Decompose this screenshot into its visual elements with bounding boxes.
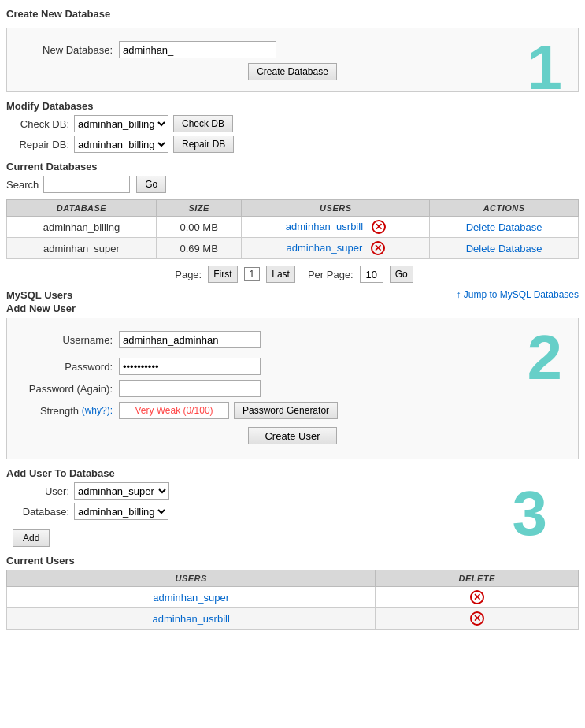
search-label: Search — [6, 179, 39, 191]
modify-databases-section: Check DB: adminhan_billing adminhan_supe… — [6, 115, 579, 153]
add-user-to-database-section: 3 User: adminhan_super adminhan_usrbill … — [6, 482, 579, 547]
user-delete-cell: ✕ — [376, 587, 579, 608]
remove-user-icon[interactable]: ✕ — [372, 220, 386, 234]
table-header-row: Database Size Users Actions — [7, 200, 579, 217]
first-page-button[interactable]: First — [208, 266, 237, 283]
users-col-users: Users — [7, 570, 376, 587]
new-database-input[interactable] — [119, 41, 276, 58]
strength-row: Strength (why?): Very Weak (0/100) Passw… — [18, 402, 567, 419]
add-user-database-select[interactable]: adminhan_billing adminhan_super — [74, 503, 168, 520]
username-input[interactable] — [119, 331, 261, 348]
users-table-header-row: Users Delete — [7, 570, 579, 587]
page-label: Page: — [175, 269, 202, 280]
add-button[interactable]: Add — [13, 529, 50, 547]
last-page-button[interactable]: Last — [266, 266, 295, 283]
user-link[interactable]: adminhan_usrbill — [286, 221, 363, 232]
current-databases-title: Current Databases — [6, 161, 579, 173]
delete-user-icon[interactable]: ✕ — [470, 590, 484, 604]
check-db-label: Check DB: — [6, 118, 69, 130]
databases-table: Database Size Users Actions adminhan_bil… — [6, 199, 579, 259]
new-database-row: New Database: — [18, 41, 567, 58]
password-generator-button[interactable]: Password Generator — [234, 402, 338, 419]
add-user-to-database-title: Add User To Database — [6, 467, 579, 479]
create-user-row: Create User — [18, 427, 567, 444]
users-col-delete: Delete — [376, 570, 579, 587]
new-database-label: New Database: — [18, 44, 113, 56]
mysql-users-titles: MySQL Users Add New User — [6, 289, 76, 314]
remove-user-icon[interactable]: ✕ — [371, 241, 385, 255]
current-page: 1 — [244, 267, 261, 281]
current-users-section: Users Delete adminhan_super ✕ adminhan_u… — [6, 570, 579, 630]
db-name-cell: adminhan_billing — [7, 217, 157, 238]
db-actions-cell: Delete Database — [430, 217, 579, 238]
user-delete-cell: ✕ — [376, 608, 579, 630]
db-actions-cell: Delete Database — [430, 238, 579, 259]
search-input[interactable] — [43, 176, 130, 193]
password-again-input[interactable] — [119, 380, 261, 397]
password-again-label: Password (Again): — [18, 383, 113, 395]
add-user-user-select[interactable]: adminhan_super adminhan_usrbill — [74, 482, 169, 500]
db-size-cell: 0.00 MB — [156, 217, 241, 238]
table-row: adminhan_super ✕ — [7, 587, 579, 608]
password-input[interactable] — [119, 358, 261, 375]
repair-db-button[interactable]: Repair DB — [173, 136, 234, 153]
password-again-row: Password (Again): — [18, 380, 567, 397]
user-name-cell: adminhan_super — [7, 587, 376, 608]
check-db-select[interactable]: adminhan_billing adminhan_super — [74, 115, 168, 132]
add-user-database-row: Database: adminhan_billing adminhan_supe… — [6, 503, 579, 520]
delete-database-link[interactable]: Delete Database — [466, 243, 542, 254]
username-row: Username: — [18, 331, 567, 348]
col-users: Users — [242, 200, 430, 217]
add-user-user-label: User: — [6, 485, 69, 497]
section-number-3: 3 — [513, 482, 548, 545]
col-database: Database — [7, 200, 157, 217]
user-link[interactable]: adminhan_super — [286, 242, 362, 254]
current-user-link[interactable]: adminhan_usrbill — [153, 613, 230, 625]
check-db-button[interactable]: Check DB — [173, 115, 233, 132]
db-users-cell: adminhan_usrbill ✕ — [242, 217, 430, 238]
why-link[interactable]: (why?): — [82, 405, 113, 416]
current-databases-section: Search Go Database Size Users Actions ad… — [6, 176, 579, 283]
add-user-user-row: User: adminhan_super adminhan_usrbill — [6, 482, 579, 500]
strength-label-container: Strength (why?): — [18, 405, 113, 417]
col-actions: Actions — [430, 200, 579, 217]
users-table: Users Delete adminhan_super ✕ adminhan_u… — [6, 570, 579, 630]
pagination-row: Page: First 1 Last Per Page: Go — [6, 266, 579, 283]
delete-database-link[interactable]: Delete Database — [466, 221, 542, 233]
per-page-input[interactable] — [360, 266, 383, 283]
db-size-cell: 0.69 MB — [156, 238, 241, 259]
section-number-1: 1 — [528, 36, 563, 99]
table-row: adminhan_billing 0.00 MB adminhan_usrbil… — [7, 217, 579, 238]
username-label: Username: — [18, 334, 113, 346]
create-new-database-section: 1 New Database: Create Database — [6, 28, 579, 92]
current-user-link[interactable]: adminhan_super — [153, 592, 229, 604]
mysql-users-title: MySQL Users — [6, 289, 76, 301]
add-user-database-label: Database: — [6, 506, 69, 518]
search-go-button[interactable]: Go — [136, 176, 166, 193]
col-size: Size — [156, 200, 241, 217]
create-user-button[interactable]: Create User — [248, 427, 336, 444]
repair-db-row: Repair DB: adminhan_billing adminhan_sup… — [6, 136, 579, 153]
mysql-users-section: 2 Username: Password: Password (Again): … — [6, 318, 579, 459]
search-row: Search Go — [6, 176, 579, 193]
db-users-cell: adminhan_super ✕ — [242, 238, 430, 259]
table-row: adminhan_usrbill ✕ — [7, 608, 579, 630]
add-button-row: Add — [13, 525, 579, 547]
db-name-cell: adminhan_super — [7, 238, 157, 259]
table-row: adminhan_super 0.69 MB adminhan_super ✕ … — [7, 238, 579, 259]
section-number-2: 2 — [528, 326, 563, 389]
create-database-button[interactable]: Create Database — [248, 63, 337, 80]
repair-db-label: Repair DB: — [6, 139, 69, 150]
per-page-go-button[interactable]: Go — [390, 266, 413, 283]
jump-to-mysql-databases-link[interactable]: ↑ Jump to MySQL Databases — [456, 289, 579, 300]
password-row: Password: — [18, 358, 567, 375]
add-new-user-title: Add New User — [6, 303, 76, 314]
repair-db-select[interactable]: adminhan_billing adminhan_super — [74, 136, 168, 153]
current-users-title: Current Users — [6, 555, 579, 566]
delete-user-icon[interactable]: ✕ — [470, 611, 484, 626]
strength-bar: Very Weak (0/100) — [119, 402, 229, 419]
per-page-label: Per Page: — [308, 269, 354, 280]
strength-label: Strength — [40, 405, 82, 417]
mysql-users-header: MySQL Users Add New User ↑ Jump to MySQL… — [6, 289, 579, 314]
check-db-row: Check DB: adminhan_billing adminhan_supe… — [6, 115, 579, 132]
